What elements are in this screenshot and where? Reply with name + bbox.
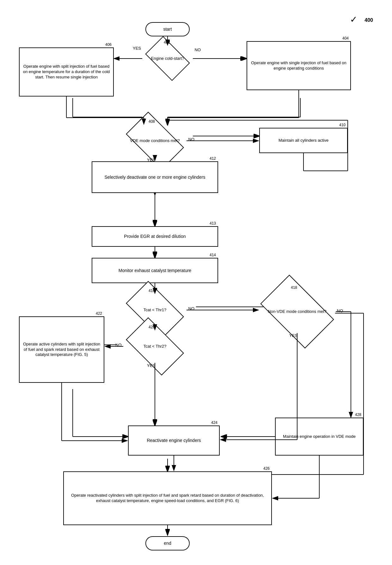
node-408: VDE mode conditions met? 408 YES NO (123, 125, 187, 157)
end-node: end (145, 536, 190, 550)
no-label-416: NO (188, 306, 195, 311)
node-418: Non-VDE mode conditions met? 418 YES NO (259, 291, 335, 332)
node-id-408: 408 (149, 119, 155, 124)
node-416: Tcat < Thr1? 416 YES NO (123, 294, 187, 326)
yes-label-418: YES (289, 333, 297, 338)
node-410: Maintain all cylinders active 410 (259, 128, 348, 153)
arrow-label-no1: NO (195, 47, 201, 52)
node-id-410: 410 (339, 123, 346, 128)
node-id-418: 418 (291, 285, 297, 290)
no-label-420: NO (115, 343, 122, 347)
node-426: Operate reactivated cylinders with split… (63, 471, 272, 525)
node-id-424: 424 (211, 420, 217, 425)
node-413: Provide EGR at desired dilution 413 (92, 226, 218, 247)
node-id-428: 428 (355, 413, 361, 418)
start-node: start (145, 22, 190, 36)
flowchart-diagram: 400 ✓ (0, 0, 392, 565)
node-id-414: 414 (210, 253, 216, 258)
node-404: Operate engine with single injection of … (247, 41, 351, 90)
node-414: Monitor exhaust catalyst temperature 414 (92, 258, 218, 283)
node-id-426: 426 (263, 466, 270, 471)
node-id-422: 422 (96, 311, 102, 316)
node-412: Selectively deactivate one or more engin… (92, 161, 218, 193)
node-402: Engine cold-start? YES NO 402 (142, 46, 193, 71)
node-id-404: 404 (342, 36, 349, 41)
fig-label: 400 (364, 17, 373, 23)
no-label-410: NO (188, 137, 195, 142)
node-424: Reactivate engine cylinders 424 (128, 425, 220, 456)
yes-label-420: YES (147, 363, 155, 368)
node-428: Maintain engine operation in VDE mode 42… (275, 418, 364, 456)
checkmark-icon: ✓ (350, 14, 357, 25)
node-id-413: 413 (210, 221, 216, 226)
node-420: Tcat < Thr2? 420 YES NO (123, 331, 187, 362)
node-id-406: 406 (105, 42, 112, 47)
node-id-412: 412 (210, 156, 216, 161)
node-id-402: 402 (164, 40, 170, 45)
no-label-418: NO (337, 308, 343, 313)
node-id-416: 416 (149, 289, 155, 293)
node-406: Operate engine with split injection of f… (19, 47, 114, 96)
node-422: Operate active cylinders with split inje… (19, 316, 104, 383)
arrow-label-yes1: YES (133, 46, 141, 51)
